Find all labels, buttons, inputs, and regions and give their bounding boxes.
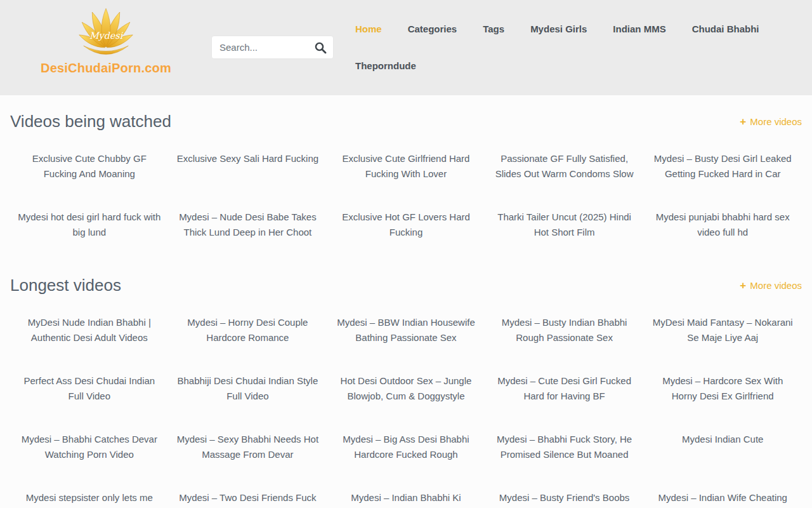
more-videos-link[interactable]: +More videos bbox=[740, 280, 802, 291]
video-section: Longest videos+More videosMyDesi Nude In… bbox=[10, 274, 802, 508]
nav-item-home[interactable]: Home bbox=[355, 21, 382, 37]
video-title-link[interactable]: Mydesi – Indian Wife Cheating with Neigh… bbox=[650, 490, 796, 508]
plus-icon: + bbox=[740, 116, 746, 127]
video-cell: Mydesi – Busty Desi Girl Leaked Getting … bbox=[643, 151, 802, 182]
search-box bbox=[211, 36, 334, 59]
video-cell: Mydesi – Nude Desi Babe Takes Thick Lund… bbox=[169, 210, 327, 240]
section-head: Videos being watched+More videos bbox=[10, 110, 802, 132]
video-cell: Mydesi – Bhabhi Fuck Story, He Promised … bbox=[485, 432, 644, 462]
video-cell: Bhabhiji Desi Chudai Indian Style Full V… bbox=[169, 373, 327, 404]
nav-item-categories[interactable]: Categories bbox=[408, 21, 457, 37]
more-videos-label: More videos bbox=[750, 116, 802, 127]
site-header: Mydesi DesiChudaiPorn.com HomeCategories… bbox=[0, 0, 812, 95]
video-title-link[interactable]: Mydesi – Indian Bhabhi Ki Zabardast Chud… bbox=[333, 490, 479, 508]
video-grid: Exclusive Cute Chubby GF Fucking And Moa… bbox=[10, 151, 802, 240]
video-title-link[interactable]: Mydesi – Two Desi Friends Fuck Horny Mai… bbox=[175, 490, 321, 508]
video-title-link[interactable]: Exclusive Hot GF Lovers Hard Fucking bbox=[333, 210, 479, 240]
video-title-link[interactable]: Mydesi – Cute Desi Girl Fucked Hard for … bbox=[492, 373, 638, 404]
video-cell: Exclusive Cute Girlfriend Hard Fucking W… bbox=[327, 151, 485, 182]
video-title-link[interactable]: MyDesi Maid Fantasy – Nokarani Se Maje L… bbox=[650, 315, 796, 345]
video-cell: MyDesi Maid Fantasy – Nokarani Se Maje L… bbox=[643, 315, 802, 345]
more-videos-link[interactable]: +More videos bbox=[740, 116, 802, 127]
site-logo[interactable]: Mydesi DesiChudaiPorn.com bbox=[39, 6, 173, 76]
video-cell: Perfect Ass Desi Chudai Indian Full Vide… bbox=[10, 373, 169, 404]
video-title-link[interactable]: Mydesi punjabi bhabhi hard sex video ful… bbox=[650, 210, 796, 240]
search-icon bbox=[314, 41, 327, 54]
video-cell: Hot Desi Outdoor Sex – Jungle Blowjob, C… bbox=[327, 373, 485, 404]
video-title-link[interactable]: Perfect Ass Desi Chudai Indian Full Vide… bbox=[16, 373, 162, 404]
section-title: Videos being watched bbox=[10, 110, 171, 132]
nav-item-tags[interactable]: Tags bbox=[483, 21, 504, 37]
logo-script-text: Mydesi bbox=[89, 30, 124, 41]
video-title-link[interactable]: Mydesi – Bhabhi Catches Devar Watching P… bbox=[16, 432, 162, 462]
video-title-link[interactable]: Mydesi – Bhabhi Fuck Story, He Promised … bbox=[492, 432, 638, 462]
video-title-link[interactable]: Mydesi – Busty Indian Bhabhi Rough Passi… bbox=[492, 315, 638, 345]
video-section: Videos being watched+More videosExclusiv… bbox=[10, 110, 802, 240]
video-title-link[interactable]: Mydesi – Hardcore Sex With Horny Desi Ex… bbox=[650, 373, 796, 404]
video-title-link[interactable]: Mydesi stepsister only lets me touch her… bbox=[16, 490, 162, 508]
video-title-link[interactable]: Mydesi Indian Cute bbox=[650, 432, 796, 447]
lotus-logo-icon: Mydesi bbox=[69, 6, 143, 60]
video-cell: Mydesi – Indian Wife Cheating with Neigh… bbox=[643, 490, 802, 508]
video-cell: Mydesi – Horny Desi Couple Hardcore Roma… bbox=[169, 315, 327, 345]
video-title-link[interactable]: Exclusive Cute Chubby GF Fucking And Moa… bbox=[16, 151, 162, 182]
video-title-link[interactable]: Mydesi hot desi girl hard fuck with big … bbox=[16, 210, 162, 240]
video-title-link[interactable]: Hot Desi Outdoor Sex – Jungle Blowjob, C… bbox=[333, 373, 479, 404]
video-title-link[interactable]: Exclusive Sexy Sali Hard Fucking bbox=[175, 151, 321, 166]
plus-icon: + bbox=[740, 280, 746, 291]
video-grid: MyDesi Nude Indian Bhabhi | Authentic De… bbox=[10, 315, 802, 508]
video-cell: Mydesi – Indian Bhabhi Ki Zabardast Chud… bbox=[327, 490, 485, 508]
video-title-link[interactable]: Mydesi – Nude Desi Babe Takes Thick Lund… bbox=[175, 210, 321, 240]
video-title-link[interactable]: Mydesi – Big Ass Desi Bhabhi Hardcore Fu… bbox=[333, 432, 479, 462]
video-cell: Mydesi punjabi bhabhi hard sex video ful… bbox=[643, 210, 802, 240]
video-cell: MyDesi Nude Indian Bhabhi | Authentic De… bbox=[10, 315, 169, 345]
video-title-link[interactable]: MyDesi Nude Indian Bhabhi | Authentic De… bbox=[16, 315, 162, 345]
section-title: Longest videos bbox=[10, 274, 121, 296]
video-title-link[interactable]: Mydesi – Busty Desi Girl Leaked Getting … bbox=[650, 151, 796, 182]
search-button[interactable] bbox=[308, 36, 333, 58]
video-cell: Mydesi Indian Cute bbox=[643, 432, 802, 462]
video-cell: Mydesi – Sexy Bhabhi Needs Hot Massage F… bbox=[169, 432, 327, 462]
video-cell: Mydesi – Busty Friend's Boobs and Pussy … bbox=[485, 490, 644, 508]
video-cell: Mydesi – Busty Indian Bhabhi Rough Passi… bbox=[485, 315, 644, 345]
video-cell: Tharki Tailer Uncut (2025) Hindi Hot Sho… bbox=[485, 210, 644, 240]
video-cell: Mydesi stepsister only lets me touch her… bbox=[10, 490, 169, 508]
nav-item-mydesi-girls[interactable]: Mydesi Girls bbox=[530, 21, 587, 37]
video-cell: Mydesi – Cute Desi Girl Fucked Hard for … bbox=[485, 373, 644, 404]
video-cell: Exclusive Sexy Sali Hard Fucking bbox=[169, 151, 327, 182]
more-videos-label: More videos bbox=[750, 280, 802, 291]
search-input[interactable] bbox=[212, 42, 308, 53]
section-head: Longest videos+More videos bbox=[10, 274, 802, 296]
video-title-link[interactable]: Mydesi – BBW Indian Housewife Bathing Pa… bbox=[333, 315, 479, 345]
video-title-link[interactable]: Exclusive Cute Girlfriend Hard Fucking W… bbox=[333, 151, 479, 182]
video-cell: Mydesi – Bhabhi Catches Devar Watching P… bbox=[10, 432, 169, 462]
video-cell: Exclusive Cute Chubby GF Fucking And Moa… bbox=[10, 151, 169, 182]
main-content: Videos being watched+More videosExclusiv… bbox=[0, 110, 812, 508]
video-cell: Mydesi – Two Desi Friends Fuck Horny Mai… bbox=[169, 490, 327, 508]
nav-item-chudai-bhabhi[interactable]: Chudai Bhabhi bbox=[692, 21, 759, 37]
video-title-link[interactable]: Passionate GF Fully Satisfied, Slides Ou… bbox=[492, 151, 638, 182]
video-cell: Mydesi – BBW Indian Housewife Bathing Pa… bbox=[327, 315, 485, 345]
video-title-link[interactable]: Mydesi – Sexy Bhabhi Needs Hot Massage F… bbox=[175, 432, 321, 462]
nav-item-theporndude[interactable]: Theporndude bbox=[355, 58, 416, 74]
main-nav: HomeCategoriesTagsMydesi GirlsIndian MMS… bbox=[355, 21, 793, 74]
video-title-link[interactable]: Mydesi – Horny Desi Couple Hardcore Roma… bbox=[175, 315, 321, 345]
video-cell: Passionate GF Fully Satisfied, Slides Ou… bbox=[485, 151, 644, 182]
video-cell: Mydesi – Hardcore Sex With Horny Desi Ex… bbox=[643, 373, 802, 404]
video-title-link[interactable]: Bhabhiji Desi Chudai Indian Style Full V… bbox=[175, 373, 321, 404]
video-title-link[interactable]: Mydesi – Busty Friend's Boobs and Pussy … bbox=[492, 490, 638, 508]
video-title-link[interactable]: Tharki Tailer Uncut (2025) Hindi Hot Sho… bbox=[492, 210, 638, 240]
video-cell: Mydesi – Big Ass Desi Bhabhi Hardcore Fu… bbox=[327, 432, 485, 462]
nav-item-indian-mms[interactable]: Indian MMS bbox=[613, 21, 665, 37]
logo-domain-text: DesiChudaiPorn.com bbox=[39, 61, 173, 76]
video-cell: Mydesi hot desi girl hard fuck with big … bbox=[10, 210, 169, 240]
video-cell: Exclusive Hot GF Lovers Hard Fucking bbox=[327, 210, 485, 240]
